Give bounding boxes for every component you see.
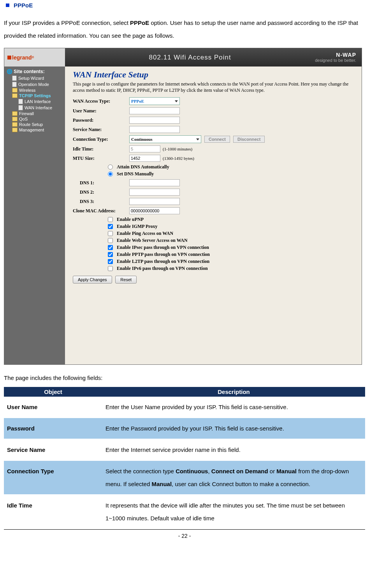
sidebar-item-qos[interactable]: QoS <box>4 116 65 122</box>
table-row: Password Enter the Password provided by … <box>4 418 365 439</box>
connect-button[interactable]: Connect <box>204 136 230 143</box>
check-igmp[interactable]: Enable IGMP Proxy <box>108 224 354 229</box>
check-ipv6[interactable]: Enable IPv6 pass through on VPN connecti… <box>108 266 354 271</box>
text: , user can click Connect button to make … <box>172 481 310 487</box>
logo-text: legrand <box>12 54 32 61</box>
bold-text: Continuous <box>176 468 208 474</box>
radio-icon[interactable] <box>108 164 113 170</box>
checkbox-icon[interactable] <box>108 245 113 250</box>
label-clone-mac: Clone MAC Address: <box>73 208 129 214</box>
sidebar-item-tcpip[interactable]: TCP/IP Settings <box>4 93 65 98</box>
folder-icon <box>12 88 18 93</box>
mtu-input[interactable] <box>129 155 160 162</box>
label-dns2: DNS 2: <box>80 189 129 195</box>
chevron-down-icon <box>175 100 178 102</box>
checkbox-icon[interactable] <box>108 266 113 271</box>
cell-desc: Select the connection type Continuous, C… <box>102 460 365 495</box>
cell-object: Connection Type <box>4 460 102 495</box>
checkbox-icon[interactable] <box>108 259 113 264</box>
footer-rule <box>4 529 365 530</box>
checkbox-icon[interactable] <box>108 231 113 236</box>
sidebar-title-text: Site contents: <box>14 69 44 74</box>
brand-block: N-WAP designed to be better. <box>315 52 362 63</box>
label-wan-access: WAN Access Type: <box>73 98 129 104</box>
label-mtu: MTU Size: <box>73 156 129 161</box>
radio-manual-dns[interactable]: Set DNS Manually <box>108 171 354 177</box>
row-user-name: User Name: <box>73 107 354 114</box>
check-ping[interactable]: Enable Ping Access on WAN <box>108 231 354 236</box>
apply-changes-button[interactable]: Apply Changes <box>73 276 112 284</box>
bold-text: Manual <box>151 481 172 487</box>
row-dns3: DNS 3: <box>80 198 354 205</box>
radio-icon[interactable] <box>108 172 113 177</box>
label-connection-type: Connection Type: <box>73 136 129 142</box>
folder-icon <box>12 122 18 127</box>
checkbox-icon[interactable] <box>108 217 113 222</box>
sidebar-item-lan[interactable]: LAN Interface <box>4 98 65 105</box>
logo: legrand® <box>4 48 65 66</box>
sidebar-label: QoS <box>19 117 28 121</box>
sidebar-label: Firewall <box>19 111 34 116</box>
sidebar-label: Management <box>19 128 44 132</box>
th-description: Description <box>102 387 365 397</box>
folder-icon <box>12 117 18 121</box>
connection-type-select[interactable]: Continuous <box>129 135 201 143</box>
sidebar-item-operation-mode[interactable]: Operation Mode <box>4 81 65 88</box>
password-input[interactable] <box>129 117 180 124</box>
row-mtu: MTU Size: (1360-1492 bytes) <box>73 155 354 162</box>
clone-mac-input[interactable] <box>129 207 180 214</box>
checkbox-icon[interactable] <box>108 252 113 257</box>
sidebar-label: Wireless <box>19 88 35 93</box>
row-password: Password: <box>73 117 354 124</box>
sidebar-label: WAN Interface <box>25 105 52 110</box>
check-label: Enable Web Server Access on WAN <box>117 238 188 243</box>
sidebar: 🌐 Site contents: Setup Wizard Operation … <box>4 66 65 364</box>
check-upnp[interactable]: Enable uPNP <box>108 217 354 222</box>
header-title: 802.11 Wifi Access Point <box>65 54 315 61</box>
table-row: User Name Enter the User Name provided b… <box>4 397 365 418</box>
dns3-input[interactable] <box>129 198 180 205</box>
file-icon <box>18 105 23 110</box>
cell-desc: Enter the User Name provided by your ISP… <box>102 397 365 418</box>
cell-object: Password <box>4 418 102 439</box>
cell-object: User Name <box>4 397 102 418</box>
idle-time-input[interactable] <box>129 145 160 152</box>
idle-time-hint: (1-1000 minutes) <box>163 147 192 151</box>
user-name-input[interactable] <box>129 107 180 114</box>
checkbox-icon[interactable] <box>108 238 113 243</box>
radio-label: Set DNS Manually <box>117 171 154 177</box>
table-row: Service Name Enter the Internet service … <box>4 439 365 460</box>
fields-table: Object Description User Name Enter the U… <box>4 387 365 529</box>
sidebar-item-management[interactable]: Management <box>4 127 65 133</box>
sidebar-item-route[interactable]: Route Setup <box>4 122 65 127</box>
check-web[interactable]: Enable Web Server Access on WAN <box>108 238 354 243</box>
dns1-input[interactable] <box>129 179 180 186</box>
disconnect-button[interactable]: Disconnect <box>233 136 265 143</box>
row-dns2: DNS 2: <box>80 189 354 196</box>
checkbox-icon[interactable] <box>108 224 113 229</box>
service-name-input[interactable] <box>129 126 180 133</box>
check-ipsec[interactable]: Enable IPsec pass through on VPN connect… <box>108 245 354 250</box>
chevron-down-icon <box>196 138 199 140</box>
check-pptp[interactable]: Enable PPTP pass through on VPN connecti… <box>108 252 354 257</box>
row-connection-type: Connection Type: Continuous Connect Disc… <box>73 135 354 143</box>
dns2-input[interactable] <box>129 189 180 196</box>
sidebar-item-firewall[interactable]: Firewall <box>4 111 65 116</box>
sidebar-item-wan[interactable]: WAN Interface <box>4 105 65 111</box>
check-label: Enable IGMP Proxy <box>117 224 157 229</box>
file-icon <box>12 82 17 87</box>
main-panel: WAN Interface Setup This page is used to… <box>65 66 362 364</box>
label-idle-time: Idle Time: <box>73 146 129 152</box>
sidebar-item-setup-wizard[interactable]: Setup Wizard <box>4 75 65 81</box>
check-label: Enable IPv6 pass through on VPN connecti… <box>117 266 208 271</box>
reset-button[interactable]: Reset <box>115 276 137 284</box>
sidebar-item-wireless[interactable]: Wireless <box>4 88 65 93</box>
check-l2tp[interactable]: Enable L2TP pass through on VPN connecti… <box>108 259 354 264</box>
radio-auto-dns[interactable]: Attain DNS Automatically <box>108 164 354 170</box>
folder-icon <box>12 93 18 98</box>
text: , <box>208 468 211 474</box>
brand-name: N-WAP <box>315 52 356 58</box>
wan-access-select[interactable]: PPPoE <box>129 97 180 105</box>
row-service-name: Service Name: <box>73 126 354 133</box>
screenshot-header: legrand® 802.11 Wifi Access Point N-WAP … <box>4 48 362 66</box>
